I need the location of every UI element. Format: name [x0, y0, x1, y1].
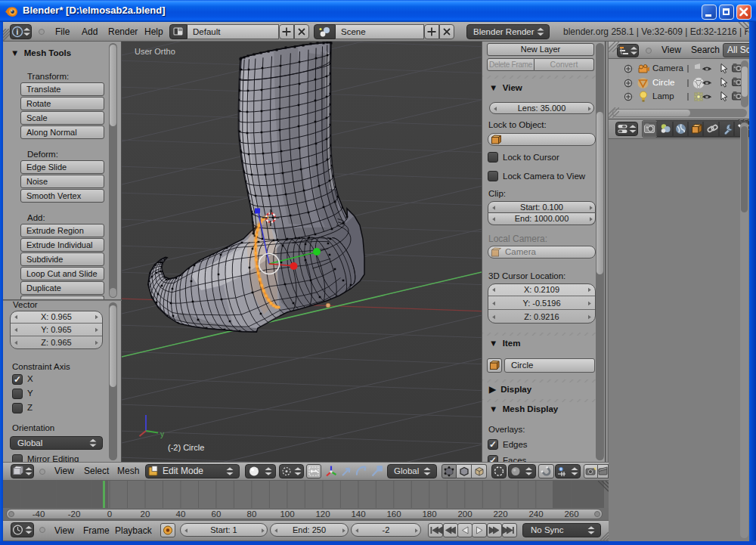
svg-text:200: 200: [457, 509, 472, 519]
svg-text:260: 260: [564, 509, 578, 519]
svg-text:0: 0: [107, 509, 112, 519]
svg-text:80: 80: [247, 509, 257, 519]
svg-text:y: y: [160, 430, 164, 438]
svg-text:-20: -20: [68, 509, 81, 519]
svg-text:20: 20: [141, 509, 150, 519]
svg-text:120: 120: [315, 509, 330, 519]
svg-text:220: 220: [493, 509, 507, 519]
svg-text:-40: -40: [33, 509, 45, 519]
svg-text:40: 40: [176, 509, 186, 519]
svg-text:160: 160: [386, 509, 401, 519]
svg-text:60: 60: [212, 509, 222, 519]
svg-text:i: i: [17, 28, 19, 36]
svg-text:140: 140: [351, 509, 365, 519]
svg-text:240: 240: [528, 509, 543, 519]
svg-text:100: 100: [280, 509, 294, 519]
svg-text:180: 180: [422, 509, 436, 519]
